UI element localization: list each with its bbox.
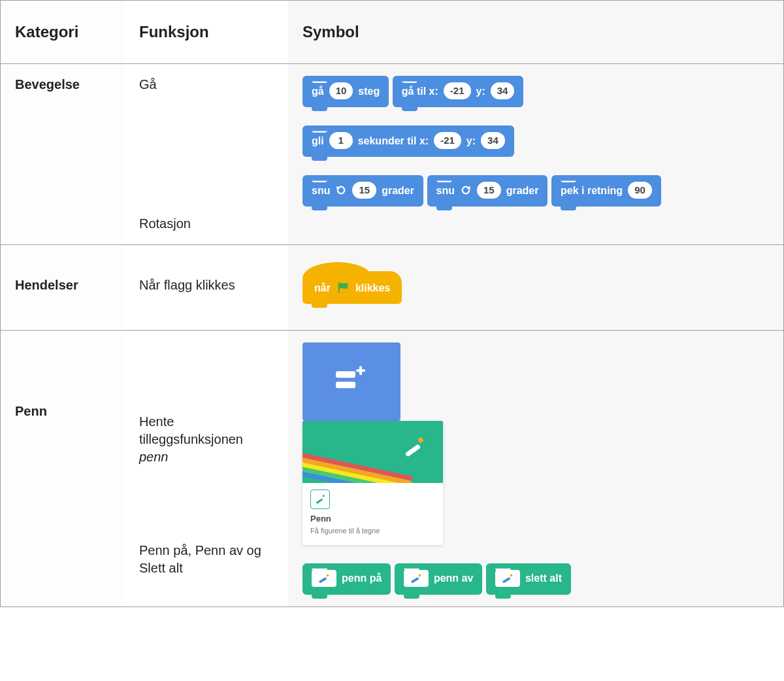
function-flag-label: Når flagg klikkes [125, 245, 288, 330]
input-y[interactable]: 34 [481, 132, 505, 149]
function-fetch-pen: Hente tilleggsfunksjonen penn [139, 413, 274, 466]
block-turn-cw[interactable]: snu 15 grader [302, 175, 423, 207]
fetch-line1: Hente [139, 413, 274, 431]
block-text: grader [382, 184, 414, 198]
pen-icon [495, 570, 520, 587]
input-y[interactable]: 34 [491, 82, 515, 99]
input-x[interactable]: -21 [434, 132, 461, 149]
svg-rect-8 [411, 577, 419, 584]
svg-point-9 [419, 574, 421, 576]
block-text: pek i retning [561, 184, 623, 198]
green-flag-icon [336, 280, 350, 295]
block-text: y: [466, 134, 476, 148]
pen-extension-group: Penn Få figurene til å tegne [302, 342, 764, 544]
input-degrees[interactable]: 15 [352, 182, 376, 199]
hat-shape [302, 262, 372, 280]
category-pen: Penn [1, 331, 125, 606]
block-turn-ccw[interactable]: snu 15 grader [427, 175, 548, 207]
fetch-line3: penn [139, 448, 274, 466]
svg-rect-1 [336, 382, 355, 388]
pen-icon [312, 570, 336, 587]
svg-rect-10 [502, 577, 511, 584]
rotation-blocks: snu 15 grader snu 15 grader [302, 175, 764, 207]
symbol-col-movement: gå 10 steg gå til x: -21 y: 34 gli 1 [288, 64, 783, 244]
block-text: gli [312, 134, 324, 148]
reference-table: Kategori Funksjon Symbol Bevegelse Gå Ro… [0, 0, 784, 607]
rainbow-icon [302, 437, 391, 483]
function-pen-ops: Penn på, Penn av og Slett alt [139, 542, 274, 577]
category-movement: Bevegelse [1, 64, 125, 244]
svg-point-7 [327, 574, 329, 576]
svg-rect-4 [316, 499, 323, 505]
add-extension-icon [332, 363, 371, 401]
rotate-cw-icon [335, 184, 347, 196]
svg-point-11 [510, 574, 513, 576]
block-text: penn på [342, 571, 382, 586]
row-movement: Bevegelse Gå Rotasjon gå 10 steg gå til [1, 64, 783, 245]
block-text: snu [312, 184, 330, 198]
block-text: steg [358, 84, 380, 99]
function-col-movement: Gå Rotasjon [125, 64, 288, 244]
block-text: penn av [434, 571, 473, 586]
header-symbol: Symbol [288, 1, 783, 63]
table-header-row: Kategori Funksjon Symbol [1, 1, 783, 64]
pen-extension-card[interactable]: Penn Få figurene til å tegne [302, 421, 443, 544]
block-erase-all[interactable]: slett alt [486, 563, 571, 595]
pen-icon [404, 570, 429, 587]
input-degrees[interactable]: 15 [477, 182, 501, 199]
input-x[interactable]: -21 [444, 82, 471, 99]
fetch-line2: tilleggsfunksjonen [139, 431, 274, 448]
card-subtitle: Få figurene til å tegne [310, 526, 435, 536]
input-steps[interactable]: 10 [329, 82, 353, 99]
block-pen-down[interactable]: penn på [302, 563, 391, 595]
pen-ops-blocks: penn på penn av slett alt [302, 563, 764, 595]
block-text: slett alt [525, 571, 562, 586]
block-go-to-xy[interactable]: gå til x: -21 y: 34 [393, 76, 524, 107]
svg-rect-3 [417, 437, 424, 444]
card-title: Penn [310, 513, 435, 525]
block-point-direction[interactable]: pek i retning 90 [551, 175, 661, 207]
svg-rect-6 [319, 577, 327, 584]
symbol-col-pen: Penn Få figurene til å tegne penn på [288, 331, 783, 606]
category-events: Hendelser [1, 245, 125, 330]
block-glide[interactable]: gli 1 sekunder til x: -21 y: 34 [302, 125, 514, 157]
block-text: klikkes [355, 281, 390, 295]
function-go-label: Gå [139, 76, 274, 93]
block-text: gå [312, 84, 324, 99]
block-when-flag-clicked[interactable]: når klikkes [302, 271, 402, 304]
add-extension-button[interactable] [302, 342, 400, 421]
svg-rect-2 [405, 444, 421, 457]
card-hero [302, 421, 443, 483]
pen-chip-icon [310, 490, 330, 509]
function-col-pen: Hente tilleggsfunksjonen penn Penn på, P… [125, 331, 288, 606]
svg-point-5 [323, 495, 325, 497]
block-go-steps[interactable]: gå 10 steg [302, 76, 389, 107]
row-events: Hendelser Når flagg klikkes når klikkes [1, 245, 783, 331]
block-text: når [314, 281, 331, 295]
input-secs[interactable]: 1 [329, 132, 353, 149]
block-text: gå til x: [402, 84, 438, 99]
block-pen-up[interactable]: penn av [395, 563, 482, 595]
row-pen: Penn Hente tilleggsfunksjonen penn Penn … [1, 331, 783, 606]
rotate-ccw-icon [460, 184, 472, 196]
svg-rect-0 [336, 371, 355, 378]
header-category: Kategori [1, 1, 125, 63]
go-blocks: gå 10 steg gå til x: -21 y: 34 [302, 76, 764, 107]
function-rotation-label: Rotasjon [139, 215, 274, 233]
block-text: grader [506, 184, 539, 198]
block-text: y: [476, 84, 485, 99]
glide-blocks: gli 1 sekunder til x: -21 y: 34 [302, 125, 764, 157]
block-text: snu [436, 184, 455, 198]
input-direction[interactable]: 90 [628, 182, 652, 199]
block-text: sekunder til x: [358, 134, 429, 148]
symbol-col-events: når klikkes [288, 245, 783, 330]
pen-icon [402, 435, 425, 462]
card-body: Penn Få figurene til å tegne [302, 483, 443, 544]
header-function: Funksjon [125, 1, 288, 63]
